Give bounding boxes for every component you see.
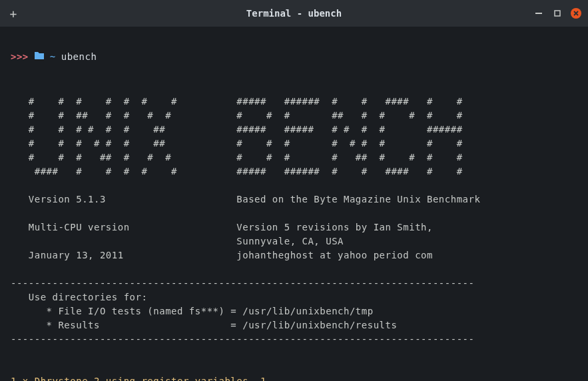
svg-rect-1 (555, 11, 560, 16)
maximize-button[interactable] (552, 8, 563, 19)
window-title: Terminal - ubench (246, 8, 342, 19)
progress-line-1: 1 x Dhrystone 2 using register variables… (11, 376, 266, 381)
use-dirs: Use directories for: * File I/O tests (n… (11, 292, 397, 330)
command-text: ubench (61, 50, 97, 64)
prompt-tilde: ~ (50, 50, 56, 64)
separator-top: ----------------------------------------… (11, 278, 474, 288)
version-line: Version 5.1.3 Based on the Byte Magazine… (11, 194, 480, 204)
folder-icon (34, 50, 45, 64)
new-tab-button[interactable]: + (7, 7, 20, 21)
minimize-button[interactable] (533, 8, 544, 19)
svg-rect-0 (535, 13, 542, 14)
terminal-body[interactable]: >>>~ubench # # # # # # # ##### ###### # … (0, 27, 588, 381)
window-controls (533, 8, 581, 19)
close-button[interactable] (571, 8, 581, 19)
output-banner: # # # # # # # ##### ###### # # #### # # … (11, 81, 577, 381)
prompt-line: >>>~ubench (11, 50, 577, 64)
ascii-banner: # # # # # # # ##### ###### # # #### # # … (11, 96, 463, 177)
titlebar-left: + (7, 7, 20, 21)
date-line: January 13, 2011 johantheghost at yahoo … (11, 250, 433, 260)
prompt-arrows: >>> (11, 50, 29, 64)
multi-cpu-line: Multi-CPU version Version 5 revisions by… (11, 222, 433, 246)
titlebar: + Terminal - ubench (0, 0, 588, 27)
separator-bottom: ----------------------------------------… (11, 334, 474, 344)
